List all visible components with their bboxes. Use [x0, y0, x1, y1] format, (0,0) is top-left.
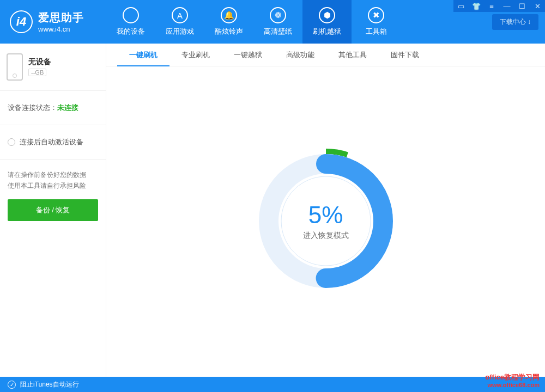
status-bar: ✓ 阻止iTunes自动运行: [0, 377, 545, 392]
itunes-block-label[interactable]: 阻止iTunes自动运行: [20, 380, 79, 389]
close-icon[interactable]: ✕: [530, 0, 545, 12]
auto-activate-label: 连接后自动激活设备: [20, 137, 83, 147]
tab-pro-flash[interactable]: 专业刷机: [169, 44, 222, 66]
nav-flash-jailbreak[interactable]: ⬢ 刷机越狱: [302, 0, 352, 44]
radio-icon[interactable]: [8, 138, 15, 146]
window-controls: ▭ 👕 ≡ — ☐ ✕: [453, 0, 545, 12]
apps-icon: A: [172, 7, 188, 23]
nav-label: 工具箱: [366, 27, 387, 36]
nav-apps-games[interactable]: A 应用游戏: [155, 0, 204, 44]
main-nav: 我的设备 A 应用游戏 🔔 酷炫铃声 ❁ 高清壁纸 ⬢ 刷机越狱 ✖ 工具箱: [106, 0, 401, 44]
app-title: 爱思助手: [38, 10, 84, 25]
sub-tabs: 一键刷机 专业刷机 一键越狱 高级功能 其他工具 固件下载: [106, 44, 545, 66]
nav-label: 酷炫铃声: [215, 27, 243, 36]
main-content: 一键刷机 专业刷机 一键越狱 高级功能 其他工具 固件下载 5% 进入恢复模式: [106, 44, 545, 377]
logo-badge: i4: [10, 10, 33, 33]
check-icon[interactable]: ✓: [8, 381, 16, 389]
status-label: 设备连接状态：: [8, 103, 57, 112]
skin-icon[interactable]: 👕: [469, 0, 484, 12]
backup-hint-1: 请在操作前备份好您的数据: [8, 169, 98, 180]
bell-icon: 🔔: [221, 7, 237, 23]
maximize-icon[interactable]: ☐: [514, 0, 530, 12]
progress-label: 进入恢复模式: [303, 231, 349, 241]
device-name: 无设备: [28, 57, 51, 67]
nav-wallpapers[interactable]: ❁ 高清壁纸: [253, 0, 302, 44]
watermark: office教程学习网 www.office68.com: [485, 373, 540, 389]
tab-firmware-download[interactable]: 固件下载: [379, 44, 431, 66]
nav-toolbox[interactable]: ✖ 工具箱: [352, 0, 401, 44]
apple-icon: [123, 7, 139, 23]
logo-area: i4 爱思助手 www.i4.cn: [0, 10, 106, 33]
tools-icon: ✖: [368, 7, 384, 23]
tab-one-click-jailbreak[interactable]: 一键越狱: [222, 44, 274, 66]
nav-label: 高清壁纸: [264, 27, 292, 36]
feedback-icon[interactable]: ▭: [453, 0, 469, 12]
nav-my-device[interactable]: 我的设备: [106, 0, 155, 44]
progress-ring: 5% 进入恢复模式: [247, 142, 405, 300]
nav-ringtones[interactable]: 🔔 酷炫铃声: [204, 0, 253, 44]
backup-restore-button[interactable]: 备份 / 恢复: [8, 199, 98, 221]
flower-icon: ❁: [270, 7, 286, 23]
nav-label: 我的设备: [117, 27, 145, 36]
status-value: 未连接: [57, 103, 78, 112]
auto-activate-option[interactable]: 连接后自动激活设备: [0, 125, 106, 160]
nav-label: 应用游戏: [166, 27, 194, 36]
connection-status: 设备连接状态：未连接: [0, 91, 106, 125]
download-center-button[interactable]: 下载中心 ↓: [492, 14, 538, 30]
minimize-icon[interactable]: —: [499, 0, 514, 12]
watermark-line2: www.office68.com: [485, 382, 540, 389]
device-panel: 无设备 --GB: [0, 44, 106, 91]
backup-panel: 请在操作前备份好您的数据 使用本工具请自行承担风险 备份 / 恢复: [0, 160, 106, 231]
app-header: i4 爱思助手 www.i4.cn 我的设备 A 应用游戏 🔔 酷炫铃声 ❁ 高…: [0, 0, 545, 44]
tab-one-click-flash[interactable]: 一键刷机: [117, 44, 169, 66]
tab-advanced[interactable]: 高级功能: [274, 44, 326, 66]
sidebar: 无设备 --GB 设备连接状态：未连接 连接后自动激活设备 请在操作前备份好您的…: [0, 44, 106, 377]
app-url: www.i4.cn: [38, 25, 84, 33]
nav-label: 刷机越狱: [313, 27, 341, 36]
menu-icon[interactable]: ≡: [484, 0, 499, 12]
device-size: --GB: [28, 69, 46, 76]
tab-other-tools[interactable]: 其他工具: [326, 44, 379, 66]
watermark-line1: office教程学习网: [485, 373, 540, 382]
backup-hint-2: 使用本工具请自行承担风险: [8, 180, 98, 191]
progress-percent: 5%: [308, 201, 343, 229]
phone-icon: [7, 53, 23, 81]
box-icon: ⬢: [319, 7, 335, 23]
